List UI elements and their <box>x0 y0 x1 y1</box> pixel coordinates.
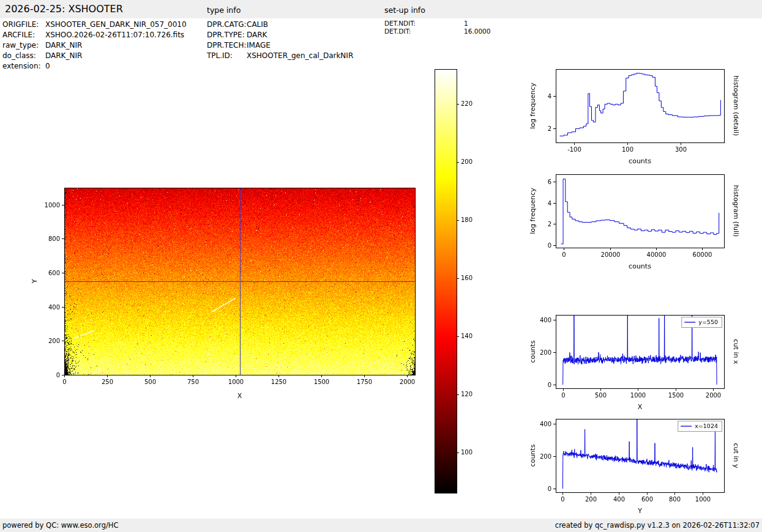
metadata-value: XSHOOTER_gen_cal_DarkNIR <box>247 51 353 60</box>
histogram-full-plot <box>523 166 762 280</box>
metadata-row: ORIGFILE:XSHOOTER_GEN_DARK_NIR_057_0010 <box>2 20 187 30</box>
metadata-value: XSHOO.2026-02-26T11:07:10.726.fits <box>45 31 184 39</box>
footer-created-by: created by qc_rawdisp.py v1.2.3 on 2026-… <box>555 521 760 530</box>
qc-report-page: 2026-02-25: XSHOOTER type info set-up in… <box>0 0 762 532</box>
metadata-label: TPL.ID: <box>207 51 247 61</box>
metadata-label: ORIGFILE: <box>2 20 45 30</box>
cut-in-y-plot <box>523 411 762 525</box>
metadata-value: DARK <box>247 31 267 39</box>
metadata-value: 16.0000 <box>464 28 490 35</box>
metadata-label: DPR.TECH: <box>207 40 247 51</box>
metadata-row: TPL.ID:XSHOOTER_gen_cal_DarkNIR <box>207 51 353 61</box>
setup-info-block: DET.NDIT:1 DET.DIT:16.0000 <box>384 20 490 35</box>
metadata-row: ARCFILE:XSHOO.2026-02-26T11:07:10.726.fi… <box>2 30 187 40</box>
metadata-label: DPR.CATG: <box>207 20 247 30</box>
metadata-label: raw_type: <box>2 40 45 51</box>
cut-in-x-plot <box>523 307 762 421</box>
metadata-label: do_class: <box>2 51 45 61</box>
metadata-label: DET.DIT: <box>384 28 464 35</box>
metadata-label: DPR.TYPE: <box>207 30 247 40</box>
raw-image-plot <box>24 174 428 416</box>
metadata-value: DARK_NIR <box>45 41 82 50</box>
metadata-row: DPR.TECH:IMAGE <box>207 40 353 51</box>
metadata-value: 0 <box>45 62 50 70</box>
setup-info-heading: set-up info <box>384 6 425 15</box>
colorbar <box>428 64 499 500</box>
type-info-block: DPR.CATG:CALIB DPR.TYPE:DARK DPR.TECH:IM… <box>207 20 353 61</box>
metadata-row: do_class:DARK_NIR <box>2 51 187 61</box>
metadata-label: DET.NDIT: <box>384 20 464 28</box>
metadata-row: DPR.TYPE:DARK <box>207 30 353 40</box>
metadata-value: IMAGE <box>247 41 271 50</box>
metadata-label: extension: <box>2 61 45 72</box>
metadata-value: 1 <box>464 20 468 27</box>
metadata-row: DET.NDIT:1 <box>384 20 490 28</box>
footer-powered-by: powered by QC: www.eso.org/HC <box>2 521 118 530</box>
metadata-value: CALIB <box>247 20 268 29</box>
metadata-label: ARCFILE: <box>2 30 45 40</box>
metadata-row: DPR.CATG:CALIB <box>207 20 353 30</box>
histogram-detail-plot <box>523 61 762 175</box>
metadata-row: DET.DIT:16.0000 <box>384 28 490 35</box>
metadata-value: DARK_NIR <box>45 51 82 60</box>
metadata-row: extension:0 <box>2 61 187 72</box>
metadata-value: XSHOOTER_GEN_DARK_NIR_057_0010 <box>45 20 187 29</box>
metadata-row: raw_type:DARK_NIR <box>2 40 187 51</box>
file-metadata-block: ORIGFILE:XSHOOTER_GEN_DARK_NIR_057_0010 … <box>2 20 187 72</box>
header-bar: 2026-02-25: XSHOOTER type info set-up in… <box>0 0 762 18</box>
footer-bar: powered by QC: www.eso.org/HC created by… <box>0 519 762 532</box>
type-info-heading: type info <box>207 6 241 15</box>
page-title: 2026-02-25: XSHOOTER <box>5 3 123 15</box>
